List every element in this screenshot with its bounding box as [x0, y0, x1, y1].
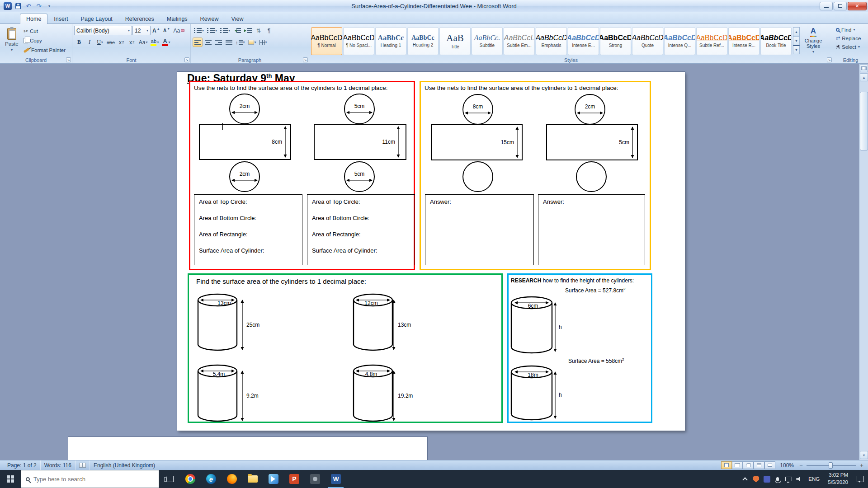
style-heading-2[interactable]: AaBbCcHeading 2	[407, 27, 439, 55]
tab-page-layout[interactable]: Page Layout	[75, 14, 119, 24]
zoom-in-button[interactable]: +	[859, 462, 864, 469]
red-nets-section[interactable]: Use the nets to find the surface area of…	[189, 81, 415, 270]
text-highlight-button[interactable]: ab ▾	[149, 38, 160, 47]
taskbar-file-explorer[interactable]	[242, 470, 263, 488]
zoom-track[interactable]	[807, 465, 856, 466]
close-button[interactable]: ✕	[848, 2, 867, 10]
zoom-level[interactable]: 100%	[780, 462, 794, 469]
taskbar-powerpoint[interactable]: P	[284, 470, 305, 488]
answer-box-2[interactable]: Area of Top Circle: Area of Bottom Circl…	[307, 194, 415, 265]
outline-view-button[interactable]	[754, 461, 764, 469]
align-center-button[interactable]	[203, 38, 213, 47]
language-indicator[interactable]: English (United Kingdom)	[90, 460, 159, 470]
style-heading-1[interactable]: AaBbCcHeading 1	[375, 27, 406, 55]
styles-scroll-down-button[interactable]: ▼	[793, 36, 800, 45]
notification-center-button[interactable]	[853, 470, 868, 488]
style-subtle-emphasis[interactable]: AaBbCcLSubtle Em...	[504, 27, 535, 55]
document-page[interactable]: Due: Saturday 9th May Use the nets to fi…	[177, 72, 685, 431]
word-count-indicator[interactable]: Words: 116	[41, 460, 75, 470]
replace-button[interactable]: ⇄ Replace	[835, 34, 867, 42]
scroll-down-button[interactable]: ▼	[860, 451, 868, 459]
numbering-button[interactable]: ▾	[206, 26, 218, 35]
style-strong[interactable]: AaBbCcDStrong	[600, 27, 631, 55]
proofing-status[interactable]	[75, 460, 90, 470]
styles-dialog-launcher[interactable]: ↘	[827, 57, 832, 62]
taskbar-edge[interactable]: e	[201, 470, 222, 488]
restore-button[interactable]	[834, 2, 847, 10]
word-logo-icon[interactable]: W	[4, 2, 12, 10]
taskbar-app[interactable]	[305, 470, 326, 488]
style-intense-quote[interactable]: AaBbCcDIntense Q...	[664, 27, 695, 55]
customize-qat-button[interactable]: ▾	[45, 2, 53, 10]
style-title[interactable]: AaBTitle	[439, 27, 471, 55]
search-input[interactable]	[33, 476, 154, 483]
taskbar-chrome[interactable]	[180, 470, 201, 488]
style-subtle-reference[interactable]: AaBbCcDSubtle Ref...	[696, 27, 727, 55]
zoom-out-button[interactable]: −	[798, 462, 804, 469]
tray-antivirus[interactable]	[750, 470, 761, 488]
answer-box-2[interactable]: Answer:	[538, 194, 645, 265]
taskbar-word[interactable]: W	[326, 470, 346, 488]
copy-button[interactable]: Copy	[22, 36, 67, 45]
clear-formatting-button[interactable]: Aa	[172, 26, 186, 35]
web-layout-view-button[interactable]	[743, 461, 754, 469]
font-color-button[interactable]: A ▾	[160, 38, 171, 47]
font-size-select[interactable]: 12 ▾	[132, 26, 151, 35]
tab-mailings[interactable]: Mailings	[160, 14, 194, 24]
borders-button[interactable]: ▾	[258, 38, 269, 47]
task-view-button[interactable]	[159, 470, 180, 488]
redo-button[interactable]: ↷	[35, 2, 43, 10]
clock[interactable]: 3:02 PM 5/5/2020	[823, 472, 853, 486]
find-button[interactable]: Find ▾	[835, 25, 867, 34]
style-no-spacing[interactable]: AaBbCcD¶ No Spaci...	[343, 27, 374, 55]
sort-button[interactable]: ⇅	[254, 26, 264, 35]
justify-button[interactable]	[224, 38, 234, 47]
zoom-thumb[interactable]	[829, 462, 833, 469]
line-spacing-button[interactable]: ↕▾	[234, 38, 246, 47]
blue-research-section[interactable]: RESEARCH how to find the height of the c…	[507, 273, 652, 423]
paragraph-dialog-launcher[interactable]: ↘	[303, 57, 308, 62]
shrink-font-button[interactable]: A▼	[162, 26, 172, 35]
styles-gallery-more-button[interactable]: ▼	[793, 45, 800, 54]
answer-box-1[interactable]: Answer:	[425, 194, 534, 265]
save-button[interactable]	[14, 2, 22, 10]
yellow-nets-section[interactable]: Use the nets to find the surface area of…	[420, 81, 651, 270]
select-button[interactable]: Select ▾	[835, 42, 867, 51]
answer-box-1[interactable]: Area of Top Circle: Area of Bottom Circl…	[194, 194, 302, 265]
tray-network[interactable]	[783, 470, 794, 488]
grow-font-button[interactable]: A▲	[151, 26, 161, 35]
style-intense-reference[interactable]: AaBbCcDIntense R...	[728, 27, 760, 55]
bold-button[interactable]: B	[74, 38, 84, 47]
subscript-button[interactable]: x2	[117, 38, 127, 47]
draft-view-button[interactable]	[764, 461, 775, 469]
tab-view[interactable]: View	[225, 14, 250, 24]
scroll-up-button[interactable]: ▲	[860, 73, 868, 81]
taskbar-search[interactable]	[21, 470, 159, 488]
green-cylinders-section[interactable]: Find the surface area of the cylinders t…	[188, 273, 503, 423]
align-left-button[interactable]	[193, 38, 203, 47]
tab-references[interactable]: References	[119, 14, 160, 24]
hidden-icons-button[interactable]	[740, 470, 750, 488]
strikethrough-button[interactable]: abc	[105, 38, 116, 47]
style-subtitle[interactable]: AaBbCc.Subtitle	[472, 27, 503, 55]
language-badge[interactable]: ENG	[805, 476, 823, 482]
align-right-button[interactable]	[213, 38, 223, 47]
format-painter-button[interactable]: Format Painter	[22, 46, 67, 55]
tray-teams[interactable]	[761, 470, 772, 488]
tray-volume[interactable]	[794, 470, 805, 488]
superscript-button[interactable]: x2	[127, 38, 137, 47]
start-button[interactable]	[0, 470, 21, 488]
bullets-button[interactable]: ▾	[193, 26, 205, 35]
page-number-indicator[interactable]: Page: 1 of 2	[4, 460, 41, 470]
taskbar-media-app[interactable]	[263, 470, 284, 488]
styles-scroll-up-button[interactable]: ▲	[793, 27, 800, 36]
style-quote[interactable]: AaBbCcDQuote	[632, 27, 663, 55]
document-page-2[interactable]	[68, 437, 427, 460]
tab-home[interactable]: Home	[20, 14, 47, 24]
change-styles-button[interactable]: A Change Styles ▾	[800, 25, 827, 55]
ruler-toggle-button[interactable]	[860, 64, 868, 72]
vertical-scrollbar[interactable]: ▲ ▼	[859, 64, 868, 460]
shading-button[interactable]: ▾	[247, 38, 258, 47]
clipboard-dialog-launcher[interactable]: ↘	[66, 57, 71, 62]
change-case-button[interactable]: Aa▾	[137, 38, 149, 47]
